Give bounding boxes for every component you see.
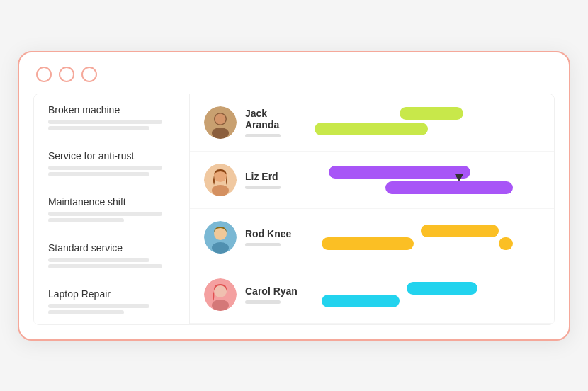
sidebar-item-title: Maintanence shift	[48, 196, 175, 208]
gantt-bar-liz-2	[385, 181, 513, 194]
gantt-row-carol: Carol Ryan	[190, 266, 554, 324]
svg-point-2	[212, 128, 229, 139]
gantt-bars-carol	[315, 273, 540, 316]
gantt-area: Jack Aranda	[190, 94, 554, 324]
sidebar-item-laptop-repair[interactable]: Laptop Repair	[34, 278, 189, 324]
svg-point-12	[212, 300, 229, 311]
browser-window: Broken machine Service for anti-rust Mai…	[18, 51, 570, 341]
gantt-row-jack: Jack Aranda	[190, 94, 554, 152]
sidebar-bar-2	[48, 264, 162, 268]
sidebar-bar-1	[48, 120, 162, 124]
avatar-jack	[204, 106, 237, 139]
sidebar-item-broken-machine[interactable]: Broken machine	[34, 94, 189, 140]
sidebar-bar-2	[48, 172, 149, 176]
person-info-jack: Jack Aranda	[204, 106, 303, 139]
sidebar-item-maintenance[interactable]: Maintanence shift	[34, 186, 189, 232]
cursor-indicator	[455, 174, 463, 181]
main-layout: Broken machine Service for anti-rust Mai…	[33, 94, 555, 325]
avatar-carol	[204, 278, 237, 311]
sidebar-item-title: Service for anti-rust	[48, 150, 175, 162]
avatar-rod	[204, 221, 237, 254]
svg-point-6	[212, 185, 229, 196]
browser-dot-3	[81, 67, 97, 82]
sidebar-bar-1	[48, 212, 162, 216]
person-name-jack: Jack Aranda	[245, 108, 303, 130]
person-info-rod: Rod Knee	[204, 221, 303, 254]
sidebar-item-title: Standard service	[48, 242, 175, 254]
gantt-bar-rod-1	[322, 237, 414, 250]
person-info-carol: Carol Ryan	[204, 278, 303, 311]
person-sub-liz	[245, 186, 281, 189]
gantt-bar-rod-2	[421, 225, 499, 237]
sidebar-bar-1	[48, 166, 162, 170]
gantt-row-liz: Liz Erd	[190, 152, 554, 209]
gantt-bar-jack-1	[315, 123, 428, 135]
browser-controls	[33, 67, 555, 82]
person-info-liz: Liz Erd	[204, 164, 303, 196]
sidebar-item-anti-rust[interactable]: Service for anti-rust	[34, 140, 189, 186]
gantt-bars-rod	[315, 216, 540, 259]
sidebar-bar-1	[48, 258, 149, 262]
sidebar-item-standard-service[interactable]: Standard service	[34, 232, 189, 278]
sidebar: Broken machine Service for anti-rust Mai…	[34, 94, 190, 324]
sidebar-item-title: Laptop Repair	[48, 288, 175, 300]
sidebar-bar-2	[48, 310, 124, 314]
person-name-carol: Carol Ryan	[245, 285, 298, 297]
person-sub-jack	[245, 134, 281, 137]
gantt-bar-liz-1	[329, 166, 470, 178]
avatar-liz	[204, 164, 237, 196]
gantt-bars-jack	[315, 101, 540, 144]
person-sub-rod	[245, 243, 281, 246]
person-name-liz: Liz Erd	[245, 171, 281, 182]
gantt-bar-rod-3	[499, 237, 513, 250]
gantt-bar-carol-2	[407, 282, 477, 295]
sidebar-item-title: Broken machine	[48, 104, 175, 115]
browser-dot-2	[59, 67, 74, 82]
gantt-bar-carol-1	[322, 295, 400, 307]
gantt-row-rod: Rod Knee	[190, 209, 554, 266]
browser-dot-1	[36, 67, 52, 82]
svg-point-9	[212, 242, 229, 254]
gantt-bar-jack-2	[400, 107, 463, 120]
sidebar-bar-2	[48, 218, 124, 222]
sidebar-bar-1	[48, 304, 149, 308]
svg-point-3	[215, 113, 226, 124]
gantt-bars-liz	[315, 159, 540, 201]
person-sub-carol	[245, 300, 281, 304]
sidebar-bar-2	[48, 126, 149, 130]
person-name-rod: Rod Knee	[245, 228, 291, 239]
